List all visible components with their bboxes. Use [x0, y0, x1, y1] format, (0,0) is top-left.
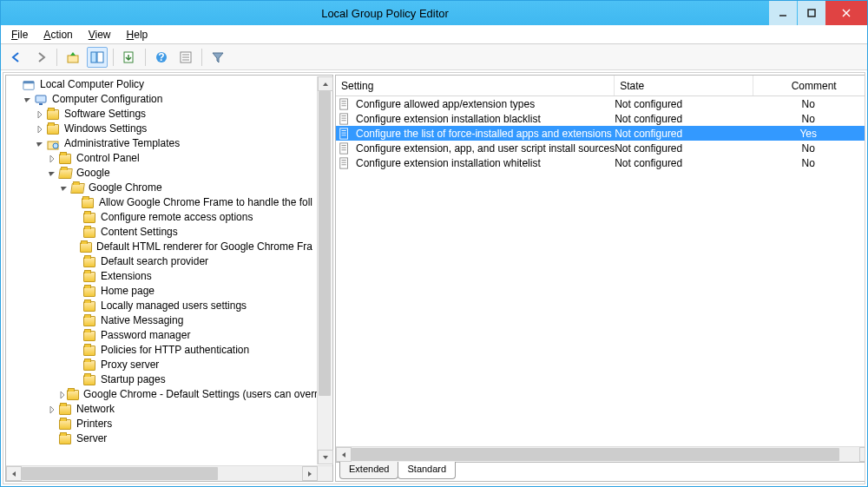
policy-root-icon [22, 78, 36, 92]
list-cell-comment: No [753, 157, 865, 169]
tree-chrome-default[interactable]: Google Chrome - Default Settings (users … [8, 387, 318, 402]
folder-icon [82, 285, 96, 299]
svg-rect-20 [340, 98, 348, 109]
column-header-state[interactable]: State [615, 76, 753, 95]
tree-google[interactable]: Google [8, 166, 318, 181]
folder-icon [82, 373, 96, 387]
column-header-comment[interactable]: Comment [753, 76, 865, 95]
tree-item-label: Software Settings [62, 107, 148, 122]
setting-icon [338, 141, 352, 155]
tree-chrome-child[interactable]: Policies for HTTP authentication [8, 343, 318, 358]
tree-network[interactable]: Network [8, 402, 318, 417]
tree-computer-configuration[interactable]: Computer Configuration [8, 92, 318, 107]
tree-windows-settings[interactable]: Windows Settings [8, 122, 318, 136]
list-row[interactable]: Configure extension installation whiteli… [336, 155, 865, 170]
list-header: Setting State Comment [336, 76, 865, 96]
folder-icon [82, 344, 96, 358]
tree-item-label: Printers [75, 417, 114, 431]
tree-item-label: Control Panel [75, 151, 141, 166]
svg-text:?: ? [158, 51, 164, 63]
tree-vertical-scrollbar[interactable] [317, 76, 332, 464]
tree-expand-icon[interactable] [34, 109, 46, 121]
tree-software-settings[interactable]: Software Settings [8, 107, 318, 122]
list-row[interactable]: Configure allowed app/extension typesNot… [336, 96, 865, 111]
list-row[interactable]: Configure extension, app, and user scrip… [336, 141, 865, 155]
filter-button[interactable] [207, 47, 228, 68]
titlebar[interactable]: Local Group Policy Editor [1, 1, 867, 25]
setting-icon [338, 156, 352, 170]
up-button[interactable] [62, 47, 83, 68]
menubar: File Action View Help [1, 25, 867, 44]
list-cell-setting: Configure extension installation blackli… [354, 113, 615, 125]
settings-list[interactable]: Configure allowed app/extension typesNot… [336, 96, 865, 446]
tree-control-panel[interactable]: Control Panel [8, 151, 318, 166]
tree-expand-icon[interactable] [34, 123, 46, 135]
tab-extended[interactable]: Extended [339, 462, 398, 479]
tree-chrome-child[interactable]: Locally managed users settings [8, 299, 318, 313]
tree-server[interactable]: Server [8, 431, 318, 446]
tree-chrome-child[interactable]: Home page [8, 284, 318, 299]
tree-expand-icon[interactable] [22, 94, 34, 106]
tree-item-label: Configure remote access options [99, 210, 254, 225]
tree-chrome-child[interactable]: Configure remote access options [8, 210, 318, 225]
tree-chrome-child[interactable]: Password manager [8, 328, 318, 343]
menu-action[interactable]: Action [36, 27, 79, 43]
details-pane: Setting State Comment Configure allowed … [335, 75, 865, 482]
tree-pane: Local Computer PolicyComputer Configurat… [5, 75, 333, 482]
tree-google-chrome[interactable]: Google Chrome [8, 181, 318, 195]
export-button[interactable] [119, 47, 140, 68]
tree-item-label: Default search provider [99, 254, 210, 269]
menu-view[interactable]: View [82, 27, 118, 43]
tree-printers[interactable]: Printers [8, 417, 318, 431]
maximize-button[interactable] [798, 1, 825, 25]
tree-expand-icon[interactable] [46, 404, 58, 416]
tree-expand-icon[interactable] [46, 153, 58, 165]
tree-item-label: Password manager [99, 328, 192, 343]
help-button[interactable]: ? [151, 47, 172, 68]
folder-icon [58, 152, 72, 166]
minimize-button[interactable] [769, 1, 797, 25]
tree-chrome-child[interactable]: Extensions [8, 269, 318, 284]
tree-chrome-child[interactable]: Default search provider [8, 254, 318, 269]
back-button[interactable] [6, 47, 27, 68]
tree-item-label: Windows Settings [62, 122, 148, 136]
tree-item-label: Google [75, 166, 112, 181]
window-title: Local Group Policy Editor [1, 1, 769, 25]
tree-chrome-child[interactable]: Default HTML renderer for Google Chrome … [8, 240, 318, 254]
policy-tree[interactable]: Local Computer PolicyComputer Configurat… [6, 76, 332, 465]
tree-item-label: Startup pages [99, 372, 168, 387]
tree-item-label: Administrative Templates [62, 136, 181, 151]
tab-standard[interactable]: Standard [398, 462, 456, 479]
properties-button[interactable] [175, 47, 196, 68]
tree-expand-icon[interactable] [46, 168, 58, 180]
list-row[interactable]: Configure the list of force-installed ap… [336, 126, 865, 141]
list-cell-state: Not configured [615, 128, 753, 140]
svg-rect-1 [808, 10, 815, 16]
forward-button[interactable] [30, 47, 51, 68]
svg-rect-16 [36, 95, 46, 102]
tree-chrome-child[interactable]: Native Messaging [8, 313, 318, 328]
tree-root[interactable]: Local Computer Policy [8, 77, 318, 92]
tree-expand-icon[interactable] [58, 389, 67, 401]
tree-horizontal-scrollbar[interactable] [6, 465, 332, 481]
setting-icon [338, 112, 352, 126]
menu-file[interactable]: File [4, 27, 35, 43]
tree-admin-templates[interactable]: Administrative Templates [8, 136, 318, 151]
folder-icon [67, 388, 79, 402]
list-row[interactable]: Configure extension installation blackli… [336, 111, 865, 126]
close-button[interactable] [825, 1, 867, 25]
tree-chrome-child[interactable]: Startup pages [8, 372, 318, 387]
tree-expand-icon[interactable] [58, 182, 70, 194]
tree-chrome-child[interactable]: Proxy server [8, 358, 318, 372]
folder-icon [82, 329, 96, 343]
column-header-setting[interactable]: Setting [336, 76, 615, 95]
list-cell-state: Not configured [615, 98, 753, 110]
tree-item-label: Computer Configuration [50, 92, 164, 107]
list-horizontal-scrollbar[interactable] [336, 446, 865, 462]
tree-expand-icon[interactable] [34, 138, 46, 150]
menu-help[interactable]: Help [120, 27, 155, 43]
tree-chrome-child[interactable]: Allow Google Chrome Frame to handle the … [8, 195, 318, 210]
show-hide-tree-button[interactable] [87, 47, 108, 68]
list-cell-state: Not configured [615, 157, 753, 169]
tree-chrome-child[interactable]: Content Settings [8, 225, 318, 240]
